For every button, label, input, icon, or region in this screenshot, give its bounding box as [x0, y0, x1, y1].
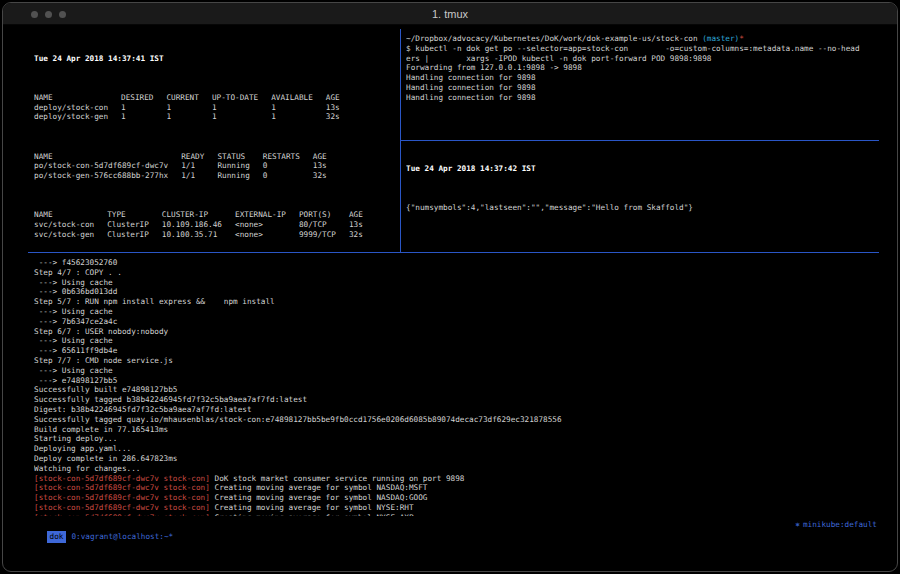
highlighted-text: [stock-con-5d7df689cf-dwc7v stock-con]: [34, 474, 210, 483]
table-cell: 32s: [326, 112, 353, 122]
table-cell: CLUSTER-IP: [162, 210, 235, 220]
pane-divider-horizontal[interactable]: [28, 252, 879, 253]
table-row: svc/stock-genClusterIP10.100.35.71<none>…: [34, 230, 376, 240]
highlighted-text: (master): [702, 34, 739, 43]
table-cell: ClusterIP: [107, 230, 162, 240]
table-cell: EXTERNAL-IP: [235, 210, 299, 220]
terminal-line: ---> Using cache: [34, 307, 877, 317]
table-cell: 32s: [313, 171, 340, 181]
terminal-line: ---> Using cache: [34, 278, 877, 288]
terminal-line: ---> Using cache: [34, 336, 877, 346]
table-cell: deploy/stock-gen: [34, 112, 121, 122]
table-cell: 1/1: [181, 171, 217, 181]
table-row: po/stock-gen-576cc688bb-277hx1/1Running0…: [34, 171, 340, 181]
table-cell: RESTARTS: [263, 152, 313, 162]
table-row: deploy/stock-con111113s: [34, 103, 353, 113]
pane-port-forward[interactable]: ~/Dropbox/advocacy/Kubernetes/DoK/work/d…: [406, 34, 878, 136]
plain-text: Creating moving average for symbol NYSE:…: [210, 503, 414, 512]
table-cell: NAME: [34, 93, 121, 103]
highlighted-text: *: [739, 34, 744, 43]
terminal-line: Digest: b38b42246945fd7f32c5ba9aea7af7fd…: [34, 405, 877, 415]
terminal-line: Successfully tagged b38b42246945fd7f32c5…: [34, 395, 877, 405]
table-cell: svc/stock-gen: [34, 230, 107, 240]
deployments-table: NAMEDESIREDCURRENTUP-TO-DATEAVAILABLEAGE…: [34, 93, 353, 122]
table-cell: NAME: [34, 210, 107, 220]
pane-timestamp: Tue 24 Apr 2018 14:37:41 IST: [34, 54, 398, 64]
terminal-line: [stock-con-5d7df689cf-dwc7v stock-con] C…: [34, 483, 877, 493]
terminal-line: Handling connection for 9898: [406, 73, 878, 83]
terminal-line: ---> f45623052760: [34, 258, 877, 268]
tmux-status-bar: dok0:vagrant@localhost:~* ⎈minikube:defa…: [28, 519, 879, 531]
terminal-line: Step 6/7 : USER nobody:nobody: [34, 327, 877, 337]
table-cell: 13s: [313, 161, 340, 171]
terminal-line: ---> Using cache: [34, 366, 877, 376]
table-cell: Running: [217, 161, 262, 171]
tmux-status-right: ⎈minikube:default: [795, 519, 877, 531]
terminal-line: [stock-con-5d7df689cf-dwc7v stock-con] C…: [34, 493, 877, 503]
terminal-line: Starting deploy...: [34, 434, 877, 444]
terminal-line: ---> 0b636bd013dd: [34, 287, 877, 297]
terminal-line: Forwarding from 127.0.0.1:9898 -> 9898: [406, 63, 878, 73]
table-cell: 1: [271, 103, 326, 113]
table-cell: AVAILABLE: [271, 93, 326, 103]
table-cell: TYPE: [107, 210, 162, 220]
pane-timestamp: Tue 24 Apr 2018 14:37:42 IST: [406, 164, 878, 174]
table-cell: 1: [166, 112, 211, 122]
curl-response: {"numsymbols":4,"lastseen":"","message":…: [406, 203, 878, 213]
plain-text: Creating moving average for symbol NYSE:…: [210, 513, 414, 516]
pane-divider-right[interactable]: [401, 140, 879, 141]
highlighted-text: [stock-con-5d7df689cf-dwc7v stock-con]: [34, 513, 210, 516]
table-cell: 1/1: [181, 161, 217, 171]
table-cell: AGE: [313, 152, 340, 162]
table-cell: 80/TCP: [299, 220, 349, 230]
terminal-line: Successfully built e74898127bb5: [34, 385, 877, 395]
table-cell: 1: [121, 103, 166, 113]
terminal-line: ~/Dropbox/advocacy/Kubernetes/DoK/work/d…: [406, 34, 878, 44]
services-table: NAMETYPECLUSTER-IPEXTERNAL-IPPORT(S)AGEs…: [34, 210, 376, 239]
pods-table: NAMEREADYSTATUSRESTARTSAGEpo/stock-con-5…: [34, 152, 340, 181]
table-header-row: NAMEREADYSTATUSRESTARTSAGE: [34, 152, 340, 162]
table-row: svc/stock-conClusterIP10.109.186.46<none…: [34, 220, 376, 230]
pane-kubectl-watch[interactable]: Tue 24 Apr 2018 14:37:41 IST NAMEDESIRED…: [34, 34, 398, 248]
table-cell: NAME: [34, 152, 181, 162]
pane-skaffold-log[interactable]: ---> f45623052760Step 4/7 : COPY . . ---…: [34, 258, 877, 516]
terminal-line: Handling connection for 9898: [406, 93, 878, 103]
terminal-line: [stock-con-5d7df689cf-dwc7v stock-con] C…: [34, 503, 877, 513]
table-cell: 10.100.35.71: [162, 230, 235, 240]
terminal-line: [stock-con-5d7df689cf-dwc7v stock-con] D…: [34, 474, 877, 484]
table-cell: CURRENT: [166, 93, 211, 103]
pane-curl-watch[interactable]: Tue 24 Apr 2018 14:37:42 IST {"numsymbol…: [406, 144, 878, 244]
terminal-line: Deploy complete in 286.647823ms: [34, 454, 877, 464]
terminal-line: Step 5/7 : RUN npm install express && np…: [34, 297, 877, 307]
table-cell: 13s: [326, 103, 353, 113]
kubernetes-context-icon: ⎈: [795, 520, 800, 529]
plain-text: DoK stock market consumer service runnin…: [210, 474, 465, 483]
terminal-line: ---> 7b6347ce2a4c: [34, 317, 877, 327]
terminal-line: ---> e74898127bb5: [34, 376, 877, 386]
terminal-line: ers | xargs -IPOD kubectl -n dok port-fo…: [406, 54, 878, 64]
table-cell: 1: [212, 103, 271, 113]
tmux-window-item[interactable]: 0:vagrant@localhost:~*: [71, 532, 173, 541]
table-row: po/stock-con-5d7df689cf-dwc7v1/1Running0…: [34, 161, 340, 171]
terminal-line: Successfully tagged quay.io/mhausenblas/…: [34, 415, 877, 425]
table-cell: 0: [263, 171, 313, 181]
terminal-line: [stock-con-5d7df689cf-dwc7v stock-con] C…: [34, 513, 877, 516]
table-cell: <none>: [235, 230, 299, 240]
highlighted-text: [stock-con-5d7df689cf-dwc7v stock-con]: [34, 483, 210, 492]
table-cell: 32s: [349, 230, 376, 240]
table-cell: svc/stock-con: [34, 220, 107, 230]
table-cell: Running: [217, 171, 262, 181]
terminal-line: Watching for changes...: [34, 464, 877, 474]
highlighted-text: [stock-con-5d7df689cf-dwc7v stock-con]: [34, 503, 210, 512]
plain-text: Creating moving average for symbol NASDA…: [210, 483, 428, 492]
tmux-session-name[interactable]: dok: [47, 531, 67, 543]
table-cell: STATUS: [217, 152, 262, 162]
table-cell: AGE: [349, 210, 376, 220]
table-cell: 10.109.186.46: [162, 220, 235, 230]
plain-text: Creating moving average for symbol NASDA…: [210, 493, 428, 502]
title-bar[interactable]: 1. tmux: [3, 3, 897, 25]
table-cell: po/stock-gen-576cc688bb-277hx: [34, 171, 181, 181]
table-cell: 0: [263, 161, 313, 171]
terminal-line: Deploying app.yaml...: [34, 444, 877, 454]
terminal-line: Handling connection for 9898: [406, 83, 878, 93]
